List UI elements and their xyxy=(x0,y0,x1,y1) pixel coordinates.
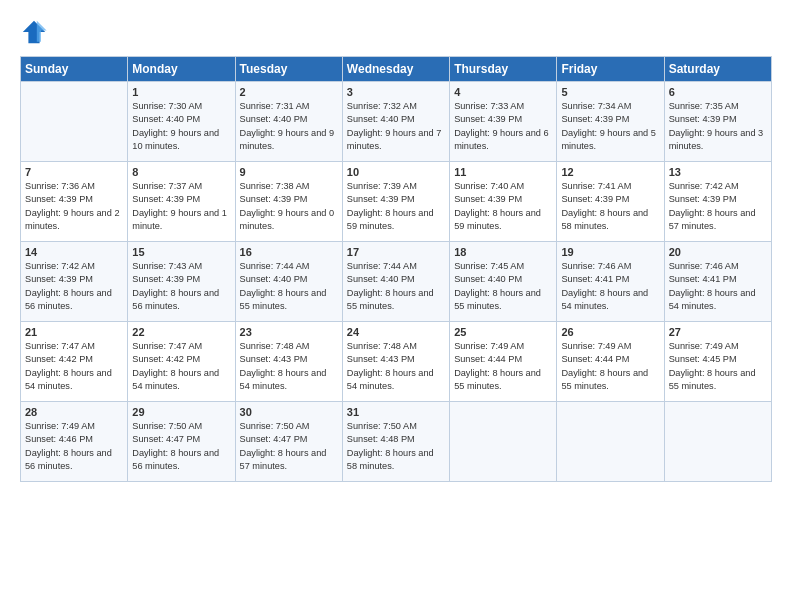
cell-content: Sunrise: 7:31 AM Sunset: 4:40 PM Dayligh… xyxy=(240,100,338,153)
day-number: 3 xyxy=(347,86,445,98)
day-number: 29 xyxy=(132,406,230,418)
cell-5-7 xyxy=(664,402,771,482)
header-row: SundayMondayTuesdayWednesdayThursdayFrid… xyxy=(21,57,772,82)
cell-content: Sunrise: 7:36 AM Sunset: 4:39 PM Dayligh… xyxy=(25,180,123,233)
cell-2-5: 11Sunrise: 7:40 AM Sunset: 4:39 PM Dayli… xyxy=(450,162,557,242)
col-header-friday: Friday xyxy=(557,57,664,82)
day-number: 2 xyxy=(240,86,338,98)
cell-content: Sunrise: 7:50 AM Sunset: 4:48 PM Dayligh… xyxy=(347,420,445,473)
cell-content: Sunrise: 7:38 AM Sunset: 4:39 PM Dayligh… xyxy=(240,180,338,233)
day-number: 22 xyxy=(132,326,230,338)
day-number: 26 xyxy=(561,326,659,338)
cell-4-6: 26Sunrise: 7:49 AM Sunset: 4:44 PM Dayli… xyxy=(557,322,664,402)
col-header-saturday: Saturday xyxy=(664,57,771,82)
cell-2-7: 13Sunrise: 7:42 AM Sunset: 4:39 PM Dayli… xyxy=(664,162,771,242)
cell-4-2: 22Sunrise: 7:47 AM Sunset: 4:42 PM Dayli… xyxy=(128,322,235,402)
cell-content: Sunrise: 7:46 AM Sunset: 4:41 PM Dayligh… xyxy=(669,260,767,313)
cell-content: Sunrise: 7:48 AM Sunset: 4:43 PM Dayligh… xyxy=(240,340,338,393)
cell-content: Sunrise: 7:47 AM Sunset: 4:42 PM Dayligh… xyxy=(132,340,230,393)
cell-2-1: 7Sunrise: 7:36 AM Sunset: 4:39 PM Daylig… xyxy=(21,162,128,242)
cell-content: Sunrise: 7:37 AM Sunset: 4:39 PM Dayligh… xyxy=(132,180,230,233)
cell-content: Sunrise: 7:47 AM Sunset: 4:42 PM Dayligh… xyxy=(25,340,123,393)
cell-4-1: 21Sunrise: 7:47 AM Sunset: 4:42 PM Dayli… xyxy=(21,322,128,402)
cell-5-2: 29Sunrise: 7:50 AM Sunset: 4:47 PM Dayli… xyxy=(128,402,235,482)
week-row-5: 28Sunrise: 7:49 AM Sunset: 4:46 PM Dayli… xyxy=(21,402,772,482)
cell-content: Sunrise: 7:41 AM Sunset: 4:39 PM Dayligh… xyxy=(561,180,659,233)
week-row-4: 21Sunrise: 7:47 AM Sunset: 4:42 PM Dayli… xyxy=(21,322,772,402)
page: SundayMondayTuesdayWednesdayThursdayFrid… xyxy=(0,0,792,612)
cell-3-4: 17Sunrise: 7:44 AM Sunset: 4:40 PM Dayli… xyxy=(342,242,449,322)
cell-content: Sunrise: 7:34 AM Sunset: 4:39 PM Dayligh… xyxy=(561,100,659,153)
day-number: 25 xyxy=(454,326,552,338)
cell-1-7: 6Sunrise: 7:35 AM Sunset: 4:39 PM Daylig… xyxy=(664,82,771,162)
calendar-table: SundayMondayTuesdayWednesdayThursdayFrid… xyxy=(20,56,772,482)
day-number: 21 xyxy=(25,326,123,338)
day-number: 8 xyxy=(132,166,230,178)
cell-5-5 xyxy=(450,402,557,482)
cell-content: Sunrise: 7:30 AM Sunset: 4:40 PM Dayligh… xyxy=(132,100,230,153)
day-number: 16 xyxy=(240,246,338,258)
day-number: 11 xyxy=(454,166,552,178)
day-number: 10 xyxy=(347,166,445,178)
cell-content: Sunrise: 7:45 AM Sunset: 4:40 PM Dayligh… xyxy=(454,260,552,313)
cell-1-3: 2Sunrise: 7:31 AM Sunset: 4:40 PM Daylig… xyxy=(235,82,342,162)
cell-5-1: 28Sunrise: 7:49 AM Sunset: 4:46 PM Dayli… xyxy=(21,402,128,482)
cell-content: Sunrise: 7:43 AM Sunset: 4:39 PM Dayligh… xyxy=(132,260,230,313)
cell-content: Sunrise: 7:50 AM Sunset: 4:47 PM Dayligh… xyxy=(132,420,230,473)
logo xyxy=(20,18,52,46)
day-number: 24 xyxy=(347,326,445,338)
day-number: 6 xyxy=(669,86,767,98)
cell-3-7: 20Sunrise: 7:46 AM Sunset: 4:41 PM Dayli… xyxy=(664,242,771,322)
cell-1-6: 5Sunrise: 7:34 AM Sunset: 4:39 PM Daylig… xyxy=(557,82,664,162)
cell-3-2: 15Sunrise: 7:43 AM Sunset: 4:39 PM Dayli… xyxy=(128,242,235,322)
cell-content: Sunrise: 7:49 AM Sunset: 4:45 PM Dayligh… xyxy=(669,340,767,393)
day-number: 30 xyxy=(240,406,338,418)
svg-marker-0 xyxy=(23,21,45,43)
day-number: 19 xyxy=(561,246,659,258)
cell-5-4: 31Sunrise: 7:50 AM Sunset: 4:48 PM Dayli… xyxy=(342,402,449,482)
cell-1-2: 1Sunrise: 7:30 AM Sunset: 4:40 PM Daylig… xyxy=(128,82,235,162)
day-number: 31 xyxy=(347,406,445,418)
cell-content: Sunrise: 7:44 AM Sunset: 4:40 PM Dayligh… xyxy=(240,260,338,313)
cell-content: Sunrise: 7:50 AM Sunset: 4:47 PM Dayligh… xyxy=(240,420,338,473)
cell-content: Sunrise: 7:39 AM Sunset: 4:39 PM Dayligh… xyxy=(347,180,445,233)
cell-content: Sunrise: 7:49 AM Sunset: 4:44 PM Dayligh… xyxy=(454,340,552,393)
week-row-3: 14Sunrise: 7:42 AM Sunset: 4:39 PM Dayli… xyxy=(21,242,772,322)
cell-content: Sunrise: 7:46 AM Sunset: 4:41 PM Dayligh… xyxy=(561,260,659,313)
cell-content: Sunrise: 7:49 AM Sunset: 4:46 PM Dayligh… xyxy=(25,420,123,473)
day-number: 5 xyxy=(561,86,659,98)
day-number: 12 xyxy=(561,166,659,178)
cell-3-6: 19Sunrise: 7:46 AM Sunset: 4:41 PM Dayli… xyxy=(557,242,664,322)
cell-4-4: 24Sunrise: 7:48 AM Sunset: 4:43 PM Dayli… xyxy=(342,322,449,402)
day-number: 23 xyxy=(240,326,338,338)
cell-content: Sunrise: 7:48 AM Sunset: 4:43 PM Dayligh… xyxy=(347,340,445,393)
day-number: 9 xyxy=(240,166,338,178)
day-number: 28 xyxy=(25,406,123,418)
cell-5-3: 30Sunrise: 7:50 AM Sunset: 4:47 PM Dayli… xyxy=(235,402,342,482)
cell-1-1 xyxy=(21,82,128,162)
cell-3-5: 18Sunrise: 7:45 AM Sunset: 4:40 PM Dayli… xyxy=(450,242,557,322)
cell-2-3: 9Sunrise: 7:38 AM Sunset: 4:39 PM Daylig… xyxy=(235,162,342,242)
cell-content: Sunrise: 7:49 AM Sunset: 4:44 PM Dayligh… xyxy=(561,340,659,393)
cell-content: Sunrise: 7:40 AM Sunset: 4:39 PM Dayligh… xyxy=(454,180,552,233)
day-number: 14 xyxy=(25,246,123,258)
day-number: 13 xyxy=(669,166,767,178)
cell-content: Sunrise: 7:35 AM Sunset: 4:39 PM Dayligh… xyxy=(669,100,767,153)
cell-1-5: 4Sunrise: 7:33 AM Sunset: 4:39 PM Daylig… xyxy=(450,82,557,162)
col-header-wednesday: Wednesday xyxy=(342,57,449,82)
cell-4-5: 25Sunrise: 7:49 AM Sunset: 4:44 PM Dayli… xyxy=(450,322,557,402)
header xyxy=(20,18,772,46)
cell-content: Sunrise: 7:33 AM Sunset: 4:39 PM Dayligh… xyxy=(454,100,552,153)
logo-icon xyxy=(20,18,48,46)
col-header-monday: Monday xyxy=(128,57,235,82)
cell-3-3: 16Sunrise: 7:44 AM Sunset: 4:40 PM Dayli… xyxy=(235,242,342,322)
col-header-thursday: Thursday xyxy=(450,57,557,82)
cell-1-4: 3Sunrise: 7:32 AM Sunset: 4:40 PM Daylig… xyxy=(342,82,449,162)
cell-content: Sunrise: 7:42 AM Sunset: 4:39 PM Dayligh… xyxy=(669,180,767,233)
cell-3-1: 14Sunrise: 7:42 AM Sunset: 4:39 PM Dayli… xyxy=(21,242,128,322)
day-number: 15 xyxy=(132,246,230,258)
cell-content: Sunrise: 7:32 AM Sunset: 4:40 PM Dayligh… xyxy=(347,100,445,153)
day-number: 20 xyxy=(669,246,767,258)
cell-2-6: 12Sunrise: 7:41 AM Sunset: 4:39 PM Dayli… xyxy=(557,162,664,242)
day-number: 7 xyxy=(25,166,123,178)
